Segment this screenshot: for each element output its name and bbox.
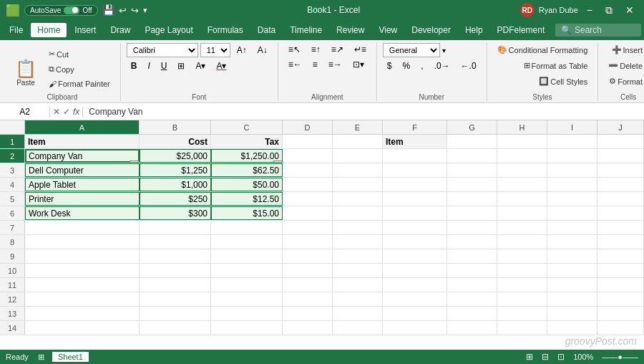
cell-j6[interactable] [597,206,644,220]
cell-h4[interactable] [497,178,547,191]
cell-e1[interactable] [333,135,383,148]
cell-b9[interactable] [140,249,211,263]
cell-a2[interactable]: Company Van ⊟ [25,149,140,163]
cell-i11[interactable] [547,278,597,292]
view-pagebreak-icon[interactable]: ⊡ [557,352,565,362]
cell-g14[interactable] [447,321,497,335]
cell-c13[interactable] [211,307,283,320]
cell-b5[interactable]: $250 [140,192,211,206]
insert-cells-button[interactable]: ➕ Insert▾ [608,43,644,57]
cell-i7[interactable] [547,221,597,234]
cell-e8[interactable] [333,235,383,249]
cell-a9[interactable] [25,249,140,263]
cell-b2[interactable]: $25,000 [140,149,211,163]
delete-cells-button[interactable]: ➖ Delete▾ [604,59,644,72]
font-color-button[interactable]: A▾ [212,59,230,72]
col-header-e[interactable]: E [333,120,383,134]
cell-a1[interactable]: Item [25,135,140,148]
cell-i1[interactable] [547,135,597,148]
percent-button[interactable]: % [399,59,415,72]
cell-c14[interactable] [211,321,283,335]
cell-c8[interactable] [211,235,283,249]
cell-h9[interactable] [497,249,547,263]
cell-h2[interactable] [497,149,547,163]
cell-g9[interactable] [447,249,497,263]
cell-c1[interactable]: Tax [211,135,283,148]
cell-i10[interactable] [547,264,597,277]
cell-d10[interactable] [283,264,333,277]
font-name-select[interactable]: Calibri [127,43,198,57]
redo-icon[interactable]: ↪ [131,5,139,16]
cell-d6[interactable] [283,206,333,220]
cell-i2[interactable] [547,149,597,163]
row-num-14[interactable]: 14 [0,321,25,335]
cell-f2[interactable] [383,149,447,163]
cell-d4[interactable] [283,178,333,191]
cell-e3[interactable] [333,163,383,177]
cell-f13[interactable] [383,307,447,320]
cell-i6[interactable] [547,206,597,220]
cell-a6[interactable]: Work Desk [25,206,140,220]
cell-f8[interactable] [383,235,447,249]
view-normal-icon[interactable]: ⊞ [526,352,533,362]
cell-c9[interactable] [211,249,283,263]
minimize-button[interactable]: − [582,0,597,20]
cell-h11[interactable] [497,278,547,292]
cell-f12[interactable] [383,292,447,306]
copy-button[interactable]: ⧉ Copy [44,62,114,76]
cell-c2[interactable]: $1,250.00 ⊟ [211,149,283,163]
cell-g4[interactable] [447,178,497,191]
cell-d11[interactable] [283,278,333,292]
view-layout-icon[interactable]: ⊟ [542,352,549,362]
cell-i5[interactable] [547,192,597,206]
wrap-text-button[interactable]: ↵≡ [350,43,371,56]
cell-a13[interactable] [25,307,140,320]
cell-c12[interactable] [211,292,283,306]
cell-e11[interactable] [333,278,383,292]
border-button[interactable]: ⊞ [173,59,189,72]
cell-a7[interactable] [25,221,140,234]
paste-button[interactable]: 📋 Paste [10,55,42,90]
row-num-13[interactable]: 13 [0,307,25,320]
merge-cells-button[interactable]: ⊡▾ [348,58,369,71]
col-header-f[interactable]: F [383,120,447,134]
cell-reference-box[interactable]: A2 [0,107,50,117]
comma-button[interactable]: , [416,59,427,72]
cell-g6[interactable] [447,206,497,220]
cell-a3[interactable]: Dell Computer [25,163,140,177]
formula-cancel-icon[interactable]: ✕ [53,107,60,117]
col-header-j[interactable]: J [597,120,644,134]
cell-e9[interactable] [333,249,383,263]
cell-j3[interactable] [597,163,644,177]
cell-g1[interactable] [447,135,497,148]
cell-j5[interactable] [597,192,644,206]
cell-j4[interactable] [597,178,644,191]
number-format-expand[interactable]: ▾ [442,47,446,54]
cell-b10[interactable] [140,264,211,277]
cell-b12[interactable] [140,292,211,306]
row-num-9[interactable]: 9 [0,249,25,263]
cell-c10[interactable] [211,264,283,277]
cell-j14[interactable] [597,321,644,335]
col-header-i[interactable]: I [547,120,597,134]
cell-i12[interactable] [547,292,597,306]
format-cells-button[interactable]: ⚙ Format▾ [605,75,644,88]
cell-b11[interactable] [140,278,211,292]
menu-file[interactable]: File [3,23,29,37]
cell-e12[interactable] [333,292,383,306]
menu-data[interactable]: Data [251,23,282,37]
cell-j8[interactable] [597,235,644,249]
decrease-decimal-button[interactable]: ←.0 [457,59,481,72]
cell-c3[interactable]: $62.50 [211,163,283,177]
row-num-1[interactable]: 1 [0,135,25,148]
cell-b13[interactable] [140,307,211,320]
cell-c11[interactable] [211,278,283,292]
cell-g2[interactable] [447,149,497,163]
cell-a10[interactable] [25,264,140,277]
cell-f6[interactable] [383,206,447,220]
align-top-right-button[interactable]: ≡↗ [327,43,348,56]
menu-page-layout[interactable]: Page Layout [138,23,199,37]
cell-f5[interactable] [383,192,447,206]
cell-j12[interactable] [597,292,644,306]
cut-button[interactable]: ✂ Cut [44,47,114,61]
